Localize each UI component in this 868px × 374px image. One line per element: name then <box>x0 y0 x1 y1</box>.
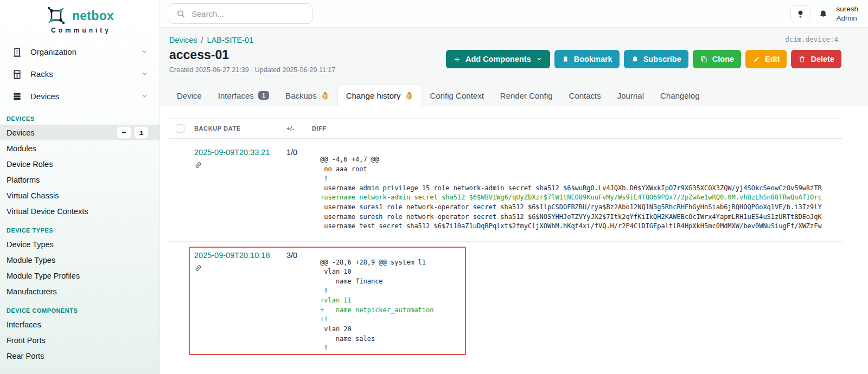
diff-added-line: + name netpicker_automation <box>320 306 842 315</box>
tab-config-context[interactable]: Config Context <box>422 85 492 106</box>
diff-context-line: ! <box>320 287 842 296</box>
column-header-ratio[interactable]: +/- <box>280 125 305 132</box>
sidebar-item-manufacturers[interactable]: Manufacturers <box>0 283 159 299</box>
nav-item-devices[interactable]: Devices <box>0 85 159 107</box>
breadcrumb-site-link[interactable]: LAB-SITE-01 <box>207 36 253 44</box>
plus-button[interactable] <box>117 126 131 139</box>
backup-date-cell: 2025-09-09T20:10:18 <box>188 249 280 353</box>
chevron-down-icon <box>141 92 149 100</box>
clone-button[interactable]: Clone <box>693 50 741 68</box>
diff-context-line: username admin privilege 15 role network… <box>320 184 842 194</box>
sidebar-item-label: Module Types <box>7 256 55 265</box>
diff-context-line: no aaa root <box>320 165 842 175</box>
delete-button[interactable]: Delete <box>791 50 841 68</box>
diff-context-line: vlan 10 <box>320 267 842 277</box>
user-menu[interactable]: suresh Admin <box>836 4 858 23</box>
sidebar-item-devices[interactable]: Devices <box>0 125 159 140</box>
bookmark-button[interactable]: Bookmark <box>554 50 620 68</box>
button-label: Subscribe <box>643 55 681 63</box>
brand-name: netbox <box>72 9 114 23</box>
netbox-logo-icon <box>46 7 67 25</box>
diff-context-line: ! <box>320 344 842 353</box>
tab-change-history[interactable]: Change history <box>337 85 422 106</box>
sidebar-item-interfaces[interactable]: Interfaces <box>0 317 159 332</box>
added-removed-count: 1/0 <box>280 146 305 231</box>
select-all-checkbox[interactable] <box>176 124 184 133</box>
tab-contacts[interactable]: Contacts <box>561 85 609 106</box>
tab-content: BACKUP DATE +/- DIFF 2025-09-09T20:33:21… <box>160 106 868 374</box>
tab-render-config[interactable]: Render Config <box>492 85 561 106</box>
brand-tagline: Community <box>0 27 159 34</box>
breadcrumb-separator: / <box>201 36 203 44</box>
tab-label: Device <box>177 91 202 100</box>
sidebar-item-module-type-profiles[interactable]: Module Type Profiles <box>0 268 159 283</box>
page-header: Devices / LAB-SITE-01 access-01 Created … <box>160 28 868 85</box>
tab-backups[interactable]: Backups <box>277 85 337 106</box>
sidebar-item-virtual-device-contexts[interactable]: Virtual Device Contexts <box>0 203 159 219</box>
tab-changelog[interactable]: Changelog <box>652 85 708 106</box>
plus-icon <box>120 129 127 136</box>
tab-label: Interfaces <box>218 91 254 100</box>
notifications-bell-icon[interactable] <box>819 9 828 18</box>
sidebar-item-label: Manufacturers <box>7 287 57 296</box>
rack-icon <box>12 69 22 79</box>
table-row: 2025-09-09T20:10:183/0@@ -28,6 +28,9 @@ … <box>169 242 842 363</box>
sidebar-item-device-roles[interactable]: Device Roles <box>0 156 159 172</box>
backup-date-cell: 2025-09-09T20:33:21 <box>188 146 280 231</box>
diff-added-line: +vlan 11 <box>320 296 842 306</box>
edit-button[interactable]: Edit <box>745 50 787 68</box>
nav-item-label: Devices <box>30 92 59 101</box>
add-components-button[interactable]: Add Components <box>446 50 550 68</box>
search-input[interactable]: Search... <box>169 3 312 24</box>
netbox-logo[interactable]: netbox <box>0 0 159 25</box>
sidebar: netbox Community OrganizationRacksDevice… <box>0 0 160 374</box>
sidebar-item-virtual-chassis[interactable]: Virtual Chassis <box>0 188 159 203</box>
subscribe-button[interactable]: Subscribe <box>624 50 688 68</box>
breadcrumb: Devices / LAB-SITE-01 <box>169 36 253 44</box>
chevron-down-icon <box>141 70 149 78</box>
button-label: Bookmark <box>574 55 612 63</box>
table-row: 2025-09-09T20:33:211/0@@ -4,6 +4,7 @@ no… <box>169 139 842 242</box>
sidebar-item-front-ports[interactable]: Front Ports <box>0 332 159 348</box>
upload-button[interactable] <box>134 126 149 139</box>
backup-date-link[interactable]: 2025-09-09T20:33:21 <box>194 148 270 157</box>
column-header-backup-date[interactable]: BACKUP DATE <box>188 125 280 132</box>
sidebar-item-label: Interfaces <box>7 320 41 329</box>
diff-context-line: name finance <box>320 277 842 287</box>
user-name: suresh <box>836 4 858 14</box>
sidebar-item-modules[interactable]: Modules <box>0 140 159 156</box>
button-label: Add Components <box>465 55 531 63</box>
bookmark-icon <box>561 55 570 63</box>
diff-context-line: @@ -4,6 +4,7 @@ <box>320 155 842 165</box>
backup-date-link[interactable]: 2025-09-09T20:10:18 <box>194 251 270 260</box>
tab-device[interactable]: Device <box>169 85 210 106</box>
sidebar-item-label: Front Ports <box>7 336 46 345</box>
chevron-down-icon <box>141 48 149 56</box>
pencil-icon <box>752 55 761 63</box>
sidebar-item-label: Modules <box>7 144 36 153</box>
search-placeholder: Search... <box>192 9 224 18</box>
sidebar-item-module-types[interactable]: Module Types <box>0 252 159 268</box>
link-icon[interactable] <box>194 161 202 169</box>
diff-context-line: @@ -28,6 +28,9 @@ system l1 <box>320 258 842 268</box>
tab-journal[interactable]: Journal <box>609 85 652 106</box>
button-label: Edit <box>765 55 780 63</box>
bell-icon <box>631 55 639 63</box>
theme-toggle-button[interactable] <box>790 5 810 22</box>
breadcrumb-devices-link[interactable]: Devices <box>169 36 197 44</box>
link-icon[interactable] <box>194 264 202 272</box>
sidebar-section-title: DEVICE COMPONENTS <box>0 307 159 314</box>
column-header-diff[interactable]: DIFF <box>305 125 842 132</box>
sidebar-item-device-types[interactable]: Device Types <box>0 236 159 252</box>
tab-label: Journal <box>617 91 644 100</box>
diff-added-line: +! <box>320 315 842 325</box>
nav-item-racks[interactable]: Racks <box>0 63 159 85</box>
trash-icon <box>798 55 806 63</box>
object-id: dcim.device:4 <box>785 35 838 43</box>
sidebar-item-rear-ports[interactable]: Rear Ports <box>0 348 159 364</box>
sidebar-item-platforms[interactable]: Platforms <box>0 172 159 188</box>
tab-interfaces[interactable]: Interfaces1 <box>210 85 277 106</box>
created-updated-meta: Created 2025-06-27 21:39 · Updated 2025-… <box>169 66 335 74</box>
nav-item-organization[interactable]: Organization <box>0 41 159 63</box>
sidebar-section-title: DEVICES <box>0 115 159 122</box>
